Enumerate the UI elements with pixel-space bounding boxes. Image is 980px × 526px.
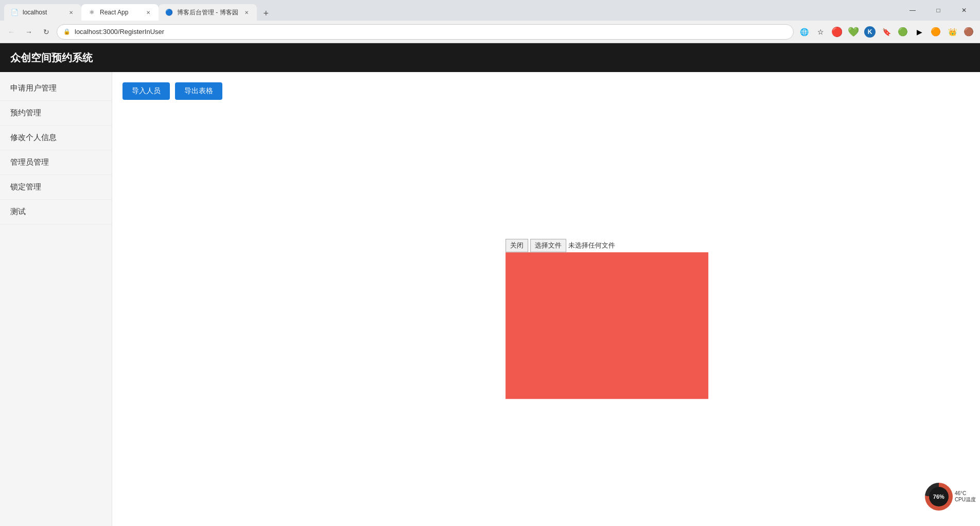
app-header: 众创空间预约系统 (0, 43, 980, 72)
ext-icon-arrow[interactable]: ▶ (912, 25, 926, 39)
close-window-button[interactable]: ✕ (952, 2, 976, 19)
tab-close-blog[interactable]: ✕ (242, 8, 251, 16)
new-tab-button[interactable]: + (259, 6, 273, 21)
translate-icon[interactable]: 🌐 (797, 25, 811, 39)
cpu-label: CPU温度 (955, 496, 976, 503)
tabs-area: 📄 localhost ✕ ⚛ React App ✕ 🔵 博客后台管理 - 博… (4, 0, 901, 21)
refresh-button[interactable]: ↻ (39, 25, 54, 39)
app-title: 众创空间预约系统 (10, 51, 93, 65)
ext-icon-1[interactable]: 🔴 (830, 25, 844, 39)
tab-favicon-localhost: 📄 (10, 8, 19, 16)
ext-icon-2[interactable]: 💚 (846, 25, 861, 39)
cpu-widget: 76% 46°C CPU温度 (925, 483, 976, 511)
address-bar[interactable]: 🔒 localhost:3000/RegisterInUser (57, 24, 794, 40)
ext-icon-k[interactable]: K (863, 25, 877, 39)
cpu-temp: 46°C (955, 490, 976, 496)
navigation-bar: ← → ↻ 🔒 localhost:3000/RegisterInUser 🌐 … (0, 21, 980, 43)
tab-localhost[interactable]: 📄 localhost ✕ (4, 4, 81, 21)
tab-close-localhost[interactable]: ✕ (67, 8, 75, 16)
cpu-circle: 76% (925, 483, 953, 511)
red-preview-area (505, 252, 708, 399)
main-content: 导入人员 导出表格 关闭 选择文件 未选择任何文件 (112, 72, 980, 526)
ext-bookmark2-icon[interactable]: 🔖 (879, 25, 894, 39)
nav-icons-right: 🌐 ☆ 🔴 💚 K 🔖 🟢 ▶ 🟠 👑 🟤 (797, 25, 976, 39)
export-button[interactable]: 导出表格 (175, 82, 222, 100)
tab-blog[interactable]: 🔵 博客后台管理 - 博客园 ✕ (159, 4, 257, 21)
ext-icon-orange[interactable]: 🟠 (929, 25, 943, 39)
sidebar-item-personal-info[interactable]: 修改个人信息 (0, 126, 112, 150)
address-text: localhost:3000/RegisterInUser (75, 28, 787, 36)
minimize-button[interactable]: — (901, 2, 924, 19)
sidebar-item-lock-manage[interactable]: 锁定管理 (0, 175, 112, 200)
ext-k-letter: K (864, 26, 876, 38)
sidebar-item-booking[interactable]: 预约管理 (0, 101, 112, 126)
import-button[interactable]: 导入人员 (122, 82, 170, 100)
sidebar-item-apply-user[interactable]: 申请用户管理 (0, 76, 112, 101)
maximize-button[interactable]: □ (926, 2, 950, 19)
dialog-area: 关闭 选择文件 未选择任何文件 (505, 239, 708, 389)
tab-react-app[interactable]: ⚛ React App ✕ (81, 4, 159, 21)
tab-favicon-blog: 🔵 (165, 8, 173, 16)
window-controls: — □ ✕ (901, 2, 976, 19)
tab-title-localhost: localhost (23, 9, 63, 16)
file-name-display: 未选择任何文件 (568, 241, 615, 250)
cpu-info: 46°C CPU温度 (955, 490, 976, 503)
choose-file-button[interactable]: 选择文件 (530, 239, 566, 252)
toolbar: 导入人员 导出表格 (122, 82, 970, 100)
tab-title-blog: 博客后台管理 - 博客园 (177, 8, 238, 17)
back-button[interactable]: ← (4, 25, 19, 39)
file-input-row: 关闭 选择文件 未选择任何文件 (505, 239, 708, 252)
sidebar-item-test[interactable]: 测试 (0, 200, 112, 224)
profile-icon[interactable]: 🟤 (961, 25, 976, 39)
ext-icon-crown[interactable]: 👑 (945, 25, 959, 39)
forward-button[interactable]: → (22, 25, 36, 39)
tab-favicon-react: ⚛ (87, 8, 96, 16)
address-lock-icon: 🔒 (63, 28, 71, 35)
ext-icon-green[interactable]: 🟢 (896, 25, 910, 39)
sidebar-item-admin-manage[interactable]: 管理员管理 (0, 150, 112, 175)
app-body: 申请用户管理 预约管理 修改个人信息 管理员管理 锁定管理 测试 (0, 72, 980, 526)
tab-close-react[interactable]: ✕ (144, 8, 152, 16)
tab-title-react: React App (100, 9, 140, 16)
cpu-percent: 76% (929, 487, 949, 506)
sidebar: 申请用户管理 预约管理 修改个人信息 管理员管理 锁定管理 测试 (0, 72, 112, 526)
app-container: 众创空间预约系统 申请用户管理 预约管理 修改个人信息 管理员管理 锁定管理 (0, 43, 980, 526)
title-bar: 📄 localhost ✕ ⚛ React App ✕ 🔵 博客后台管理 - 博… (0, 0, 980, 21)
close-dialog-button[interactable]: 关闭 (505, 239, 528, 252)
bookmark-icon[interactable]: ☆ (813, 25, 828, 39)
